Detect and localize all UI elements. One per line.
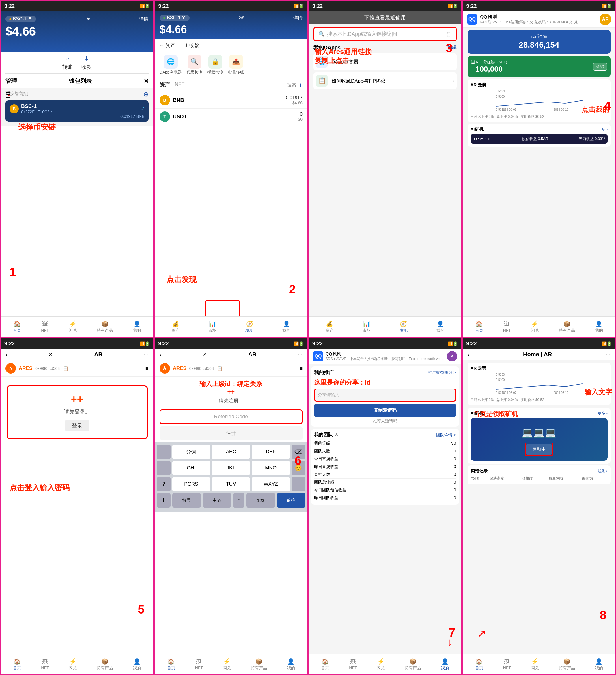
key-dot2[interactable]: · <box>157 461 171 475</box>
intro-btn[interactable]: 介绍 <box>593 63 607 71</box>
nav-mine-7[interactable]: 👤我的 <box>441 658 449 671</box>
nav-nft-4[interactable]: 🖼NFT <box>503 321 511 332</box>
nav-mine-2[interactable]: 👤我的 <box>282 320 290 333</box>
qr-icon[interactable]: ⬚ <box>447 31 452 37</box>
nav-assets-2[interactable]: 💰资产 <box>171 320 179 333</box>
tab-nft[interactable]: NFT <box>175 81 185 89</box>
bnb-row[interactable]: B BNB 0.01917 $4.66 <box>155 92 307 108</box>
team-detail-link[interactable]: 团队详情 > <box>436 433 456 438</box>
key-dot[interactable]: · <box>157 445 171 459</box>
add-asset-btn[interactable]: + <box>299 82 303 89</box>
nav-nft-1[interactable]: 🖼NFT <box>41 321 49 332</box>
how-to-row[interactable]: 📋 如何收藏DApp与TIP协议 › <box>313 72 457 89</box>
nav-products-5[interactable]: 📦持有产品 <box>97 658 113 671</box>
nav-home-1[interactable]: 🏠首页 <box>13 320 21 333</box>
batch-transfer-icon[interactable]: 📤 批量转账 <box>228 55 244 75</box>
eye-icon-7[interactable]: 👁 <box>334 433 339 438</box>
key-fensi[interactable]: 分词 <box>172 445 211 459</box>
token-detect-icon[interactable]: 🔍 代币检测 <box>186 55 203 75</box>
transfer-btn-1[interactable]: ↔ 转账 <box>62 55 73 70</box>
nav-market-3[interactable]: 📊市场 <box>363 320 371 333</box>
key-abc[interactable]: ABC <box>212 445 250 459</box>
key-123[interactable]: 123 <box>246 493 275 508</box>
more-btn-8[interactable]: 更多> <box>598 411 608 416</box>
auth-check-icon[interactable]: 🔒 授权检测 <box>207 55 223 75</box>
key-chinese[interactable]: 中☆ <box>203 493 231 508</box>
nav-products-1[interactable]: 📦持有产品 <box>97 320 113 333</box>
key-enter[interactable]: 前往 <box>277 493 305 508</box>
nav-mine-6[interactable]: 👤我的 <box>287 658 295 671</box>
more-btn-4[interactable]: 多> <box>602 127 608 132</box>
nav-swap-5[interactable]: ⚡闪兑 <box>69 658 77 671</box>
menu-icon-6b[interactable]: ≡ <box>299 366 303 372</box>
nav-products-6[interactable]: 📦持有产品 <box>251 658 267 671</box>
close-icon-5[interactable]: ✕ <box>49 351 53 358</box>
nav-home-5[interactable]: 🏠首页 <box>13 658 21 671</box>
nav-mine-4[interactable]: 👤我的 <box>595 320 603 333</box>
nav-mine-1[interactable]: 👤我的 <box>133 320 141 333</box>
search-label[interactable]: 搜索 <box>287 82 296 89</box>
nav-swap-6[interactable]: ⚡闪兑 <box>223 658 231 671</box>
nav-mine-5[interactable]: 👤我的 <box>133 658 141 671</box>
promo-income-link[interactable]: 推广收益明细 > <box>428 370 456 375</box>
menu-icon-5[interactable]: ··· <box>144 351 149 358</box>
nav-mine-8[interactable]: 👤我的 <box>595 658 603 671</box>
qq-notification-7[interactable]: QQ QQ 刚刚 SDS ♦ AVIVE ♦ 中本聪千人换卡群(2条新... 梦… <box>309 349 461 364</box>
start-btn[interactable]: 启动中 <box>526 444 552 455</box>
nav-swap-1[interactable]: ⚡闪兑 <box>69 320 77 333</box>
copy-icon-6[interactable]: 📋 <box>217 366 223 371</box>
register-btn-6[interactable]: 注册 <box>160 427 303 440</box>
dapp-browser-row[interactable]: 🌐 DApp浏览器 <box>313 54 457 70</box>
chain-tag-1[interactable]: ● BSC-1 👁 <box>5 16 36 22</box>
tab-assets[interactable]: 资产 <box>160 81 170 89</box>
wallet-item-bsc1[interactable]: B BSC-1 0x272F...F10C2e ✓ 0.01917 BNB <box>5 100 149 122</box>
share-input[interactable]: 分享请输入 <box>314 389 456 401</box>
nav-home-7[interactable]: 🏠首页 <box>321 658 329 671</box>
qq-notification[interactable]: QQ QQ 刚刚 中本聪 VV ICE ice注册解答：火 兑换码：X8NVL9… <box>463 11 615 28</box>
key-pqrs[interactable]: PQRS <box>172 477 211 492</box>
search-bar[interactable]: 🔍 搜索本地DApp或输入链接访问 ⬚ <box>313 27 457 41</box>
nav-products-8[interactable]: 📦持有产品 <box>559 658 575 671</box>
receive-btn-2[interactable]: ⬇收款 <box>184 42 199 49</box>
nav-nft-7[interactable]: 🖼NFT <box>349 658 357 670</box>
nav-assets-3[interactable]: 💰资产 <box>326 320 334 333</box>
copy-icon-5[interactable]: 📋 <box>63 366 68 371</box>
menu-icon-8[interactable]: ··· <box>606 351 611 358</box>
key-def[interactable]: DEF <box>252 445 290 459</box>
key-jkl[interactable]: JKL <box>212 461 250 475</box>
close-icon[interactable]: ✕ <box>144 78 149 85</box>
back-icon-6[interactable]: ‹ <box>160 351 162 358</box>
nav-nft-5[interactable]: 🖼NFT <box>41 658 49 670</box>
key-emoji[interactable]: 😊 <box>292 461 305 475</box>
back-icon-5[interactable]: ‹ <box>5 351 7 358</box>
key-ghi[interactable]: GHI <box>172 461 211 475</box>
nav-swap-4[interactable]: ⚡闪兑 <box>531 320 539 333</box>
key-question[interactable]: ? <box>157 477 171 492</box>
back-icon-8[interactable]: ‹ <box>468 351 470 358</box>
nav-swap-8[interactable]: ⚡闪兑 <box>531 658 539 671</box>
key-mno[interactable]: MNO <box>252 461 290 475</box>
nav-market-2[interactable]: 📊市场 <box>209 320 217 333</box>
transfer-btn-2[interactable]: ↔资产 <box>160 42 175 49</box>
dapp-browser-icon[interactable]: 🌐 DApp浏览器 <box>160 55 182 75</box>
close-icon-6[interactable]: ✕ <box>203 351 207 358</box>
nav-home-4[interactable]: 🏠首页 <box>475 320 483 333</box>
nav-mine-3[interactable]: 👤我的 <box>437 320 445 333</box>
nav-nft-6[interactable]: 🖼NFT <box>195 658 203 670</box>
login-btn[interactable]: 登录 <box>65 420 89 431</box>
menu-icon-5b[interactable]: ≡ <box>146 366 149 372</box>
nav-nft-8[interactable]: 🖼NFT <box>503 658 511 670</box>
nav-home-8[interactable]: 🏠首页 <box>475 658 483 671</box>
chain-tag-2[interactable]: ● BSC-1 👁 <box>160 15 190 21</box>
rule-btn[interactable]: 规则> <box>598 468 608 474</box>
nav-discover-3[interactable]: 🧭发现 <box>399 320 407 333</box>
menu-icon-6[interactable]: ··· <box>298 351 303 358</box>
receive-btn-1[interactable]: ⬇ 收款 <box>81 55 92 70</box>
key-symbol[interactable]: 符号 <box>172 493 201 508</box>
nav-discover-2[interactable]: 🧭发现 <box>245 320 253 333</box>
nav-products-4[interactable]: 📦持有产品 <box>559 320 575 333</box>
copy-btn-7[interactable]: 复制邀请码 <box>314 404 456 417</box>
nav-swap-7[interactable]: ⚡闪兑 <box>377 658 385 671</box>
edit-label[interactable]: 编辑 <box>447 45 457 51</box>
key-shift[interactable]: ↑ <box>233 493 244 508</box>
